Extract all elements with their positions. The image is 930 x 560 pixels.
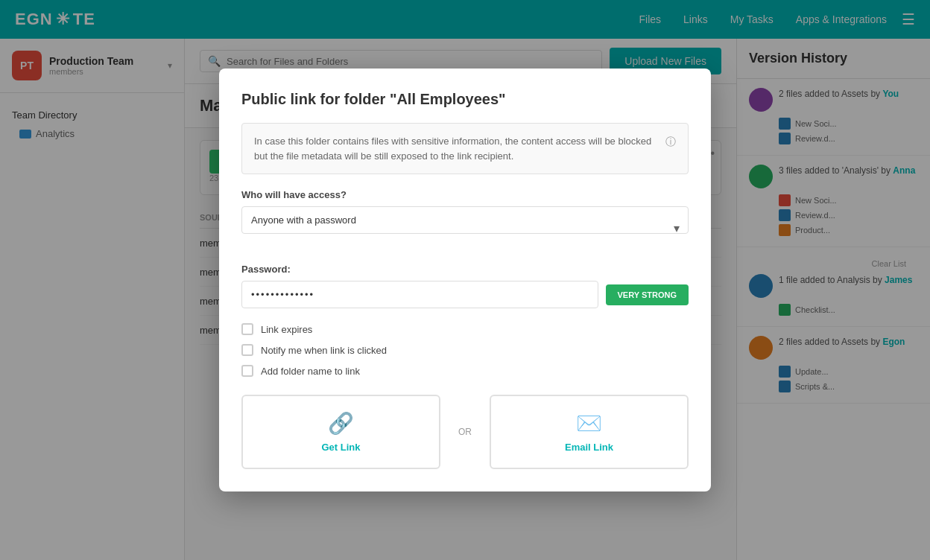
modal-overlay[interactable]: Public link for folder "All Employees" I… <box>0 0 930 560</box>
password-row: VERY STRONG <box>241 281 689 308</box>
modal-info-text: In case this folder contains files with … <box>254 134 659 163</box>
notify-checkbox[interactable] <box>241 344 253 356</box>
link-expires-checkbox[interactable] <box>241 323 253 335</box>
or-divider: OR <box>452 395 478 469</box>
modal-actions: 🔗 Get Link OR ✉️ Email Link <box>241 395 689 469</box>
add-folder-row[interactable]: Add folder name to link <box>241 365 689 377</box>
access-select-wrap: Anyone with a password Anyone Only peopl… <box>241 206 689 249</box>
notify-label: Notify me when link is clicked <box>261 345 387 356</box>
password-label: Password: <box>241 264 689 275</box>
access-label: Who will have access? <box>241 189 689 200</box>
get-link-label: Get Link <box>321 442 360 453</box>
email-link-label: Email Link <box>565 442 613 453</box>
link-icon: 🔗 <box>328 411 354 436</box>
add-folder-checkbox[interactable] <box>241 365 253 377</box>
get-link-button[interactable]: 🔗 Get Link <box>241 395 440 469</box>
email-icon: ✉️ <box>576 411 602 436</box>
link-expires-row[interactable]: Link expires <box>241 323 689 335</box>
modal: Public link for folder "All Employees" I… <box>219 69 711 491</box>
link-expires-label: Link expires <box>261 324 312 335</box>
modal-title: Public link for folder "All Employees" <box>241 91 689 108</box>
modal-info-box: In case this folder contains files with … <box>241 123 689 174</box>
add-folder-label: Add folder name to link <box>261 366 360 377</box>
strength-badge: VERY STRONG <box>606 284 689 305</box>
info-icon: ⓘ <box>665 134 676 150</box>
access-select[interactable]: Anyone with a password Anyone Only peopl… <box>241 206 689 234</box>
password-input[interactable] <box>241 281 598 308</box>
email-link-button[interactable]: ✉️ Email Link <box>490 395 689 469</box>
notify-row[interactable]: Notify me when link is clicked <box>241 344 689 356</box>
